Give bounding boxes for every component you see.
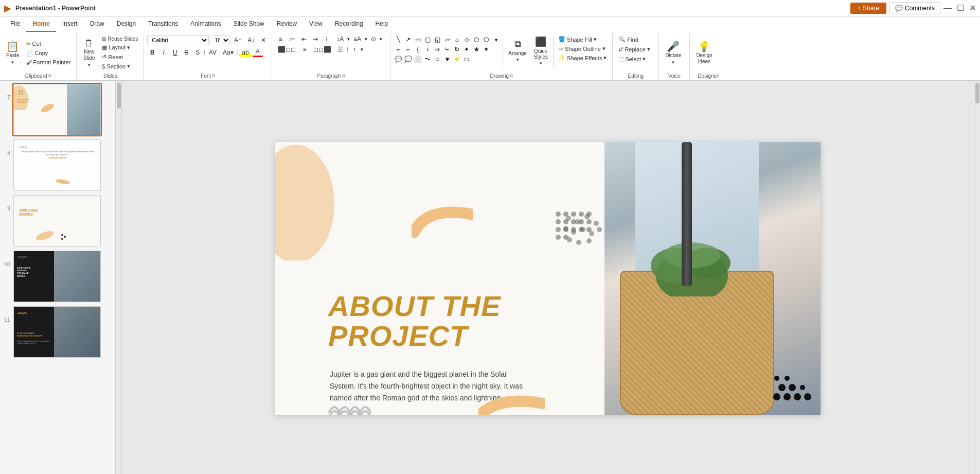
- reuse-slides-button[interactable]: ⊞Reuse Slides: [99, 35, 140, 43]
- clear-formatting-button[interactable]: ✕: [258, 36, 269, 44]
- shape-chevron[interactable]: ›: [423, 45, 432, 54]
- increase-font-size-button[interactable]: A↑: [231, 36, 244, 44]
- replace-button[interactable]: ⇄ Replace ▾: [616, 45, 652, 54]
- shape-star4[interactable]: ✦: [462, 45, 471, 54]
- shape-trapezoid[interactable]: ⌂: [452, 35, 461, 44]
- shape-corner[interactable]: ⌐: [394, 45, 403, 54]
- convert-smartart-button[interactable]: ⊙: [368, 35, 379, 43]
- tab-review[interactable]: Review: [271, 16, 303, 32]
- highlight-button[interactable]: ab: [239, 48, 251, 57]
- tab-help[interactable]: Help: [369, 16, 395, 32]
- text-shadow-button[interactable]: S: [192, 48, 203, 57]
- shape-snip[interactable]: ◱: [433, 35, 442, 44]
- bullets-button[interactable]: ≡: [275, 35, 286, 43]
- decrease-font-size-button[interactable]: A↓: [245, 36, 257, 44]
- close-button[interactable]: ✕: [969, 3, 976, 13]
- shape-diamond[interactable]: ◇: [462, 35, 471, 44]
- canvas-scrollbar[interactable]: [974, 81, 980, 474]
- paragraph-expand-icon[interactable]: ⧉: [342, 73, 345, 79]
- drawing-expand-icon[interactable]: ⧉: [510, 73, 513, 79]
- tab-insert[interactable]: Insert: [56, 16, 84, 32]
- shape-rounded-rect[interactable]: ▢: [423, 35, 432, 44]
- shape-smiley[interactable]: ☺: [433, 55, 442, 64]
- align-left-button[interactable]: ⬛◻◻: [275, 45, 298, 54]
- shape-wave[interactable]: 〜: [423, 55, 432, 64]
- decrease-indent-button[interactable]: ⇤: [299, 35, 309, 43]
- font-size-select[interactable]: 18: [210, 35, 230, 45]
- numbering-button[interactable]: ≔: [287, 35, 298, 43]
- shape-speech[interactable]: 💬: [394, 55, 403, 64]
- shape-ellipse[interactable]: ⬭: [462, 55, 471, 64]
- shape-arrow2[interactable]: ⇒: [433, 45, 442, 54]
- slide-thumb-10[interactable]: 10 A PICTURE ISWORTH ATHOUSANDWORDS: [2, 250, 113, 303]
- paste-button[interactable]: 📋 Paste ▾: [3, 38, 23, 68]
- tab-slideshow[interactable]: Slide Show: [227, 16, 271, 32]
- italic-button[interactable]: I: [158, 48, 169, 57]
- shape-pentagon[interactable]: ⬠: [472, 35, 481, 44]
- justify-button[interactable]: ☰: [335, 45, 346, 54]
- shape-callout[interactable]: ⬜: [413, 55, 422, 64]
- tab-design[interactable]: Design: [111, 16, 142, 32]
- dictate-button[interactable]: 🎤 Dictate ▾: [662, 38, 684, 68]
- shape-bolt[interactable]: ⚡: [452, 55, 461, 64]
- share-button[interactable]: ↑ Share: [850, 3, 886, 14]
- tab-recording[interactable]: Recording: [329, 16, 369, 32]
- center-button[interactable]: ≡: [299, 45, 310, 54]
- new-slide-button[interactable]: 🗒 NewSlide ▾: [80, 38, 98, 68]
- slide-thumb-7[interactable]: 7 ABOUT THEPROJECT: [2, 83, 113, 136]
- shape-curved[interactable]: ⤷: [442, 45, 452, 54]
- font-family-select[interactable]: Calibri: [147, 35, 209, 45]
- slide-canvas[interactable]: ABOUT THE PROJECT Jupiter is a gas giant…: [275, 142, 821, 415]
- strikethrough-button[interactable]: S: [181, 48, 191, 57]
- tab-transitions[interactable]: Transitions: [142, 16, 184, 32]
- shape-brace[interactable]: {: [413, 45, 422, 54]
- maximize-button[interactable]: ☐: [957, 3, 964, 13]
- shape-effects-button[interactable]: ✨ Shape Effects ▾: [556, 54, 609, 62]
- copy-button[interactable]: 📄Copy: [24, 49, 74, 58]
- shape-more[interactable]: ▾: [491, 35, 501, 44]
- shape-bracket[interactable]: ⌐: [403, 45, 413, 54]
- canvas-scrollbar-thumb[interactable]: [975, 83, 979, 103]
- shape-star6[interactable]: ✶: [482, 45, 491, 54]
- shape-line[interactable]: ╲: [394, 35, 403, 44]
- shape-arrow[interactable]: ↗: [403, 35, 413, 44]
- shape-fill-button[interactable]: 🪣 Shape Fill ▾: [556, 35, 609, 44]
- underline-button[interactable]: U: [170, 48, 180, 57]
- change-case-button[interactable]: Aa▾: [220, 48, 236, 57]
- line-spacing-button[interactable]: ↕: [349, 45, 360, 54]
- slide-thumb-9[interactable]: 9 AWESOMEWORDS: [2, 194, 113, 248]
- minimize-button[interactable]: —: [943, 4, 952, 13]
- shape-thought[interactable]: 💭: [403, 55, 413, 64]
- font-expand-icon[interactable]: ⧉: [212, 73, 215, 79]
- arrange-button[interactable]: ⧉ Arrange ▾: [505, 35, 530, 66]
- cut-button[interactable]: ✂Cut: [24, 40, 74, 48]
- slide-thumb-11[interactable]: 11 A PICTURE ALWAYSREINFORCES THE CONCEP…: [2, 305, 113, 359]
- shape-heart[interactable]: ♥: [442, 55, 452, 64]
- increase-indent-button[interactable]: ⇥: [310, 35, 320, 43]
- shape-parallelogram[interactable]: ▱: [442, 35, 452, 44]
- slide-panel-scrollbar[interactable]: [116, 81, 122, 474]
- shape-rect[interactable]: ▭: [413, 35, 422, 44]
- section-button[interactable]: §Section ▾: [99, 62, 140, 71]
- shape-circular[interactable]: ↻: [452, 45, 461, 54]
- select-button[interactable]: ⬚ Select ▾: [616, 55, 648, 63]
- scrollbar-thumb[interactable]: [117, 83, 121, 109]
- layout-button[interactable]: ▦Layout ▾: [99, 43, 140, 52]
- font-color-button[interactable]: A: [253, 47, 263, 57]
- bold-button[interactable]: B: [147, 48, 157, 57]
- quick-styles-button[interactable]: ⬛ QuickStyles ▾: [531, 35, 551, 67]
- tab-draw[interactable]: Draw: [84, 16, 111, 32]
- text-direction-button[interactable]: ↕A: [334, 35, 346, 43]
- tab-view[interactable]: View: [303, 16, 329, 32]
- char-spacing-button[interactable]: AV: [206, 48, 219, 57]
- shape-star5[interactable]: ★: [472, 45, 481, 54]
- align-text-button[interactable]: ≡A: [351, 35, 364, 43]
- tab-file[interactable]: File: [4, 16, 26, 32]
- reset-button[interactable]: ↺Reset: [99, 52, 140, 61]
- find-button[interactable]: 🔍 Find: [616, 35, 640, 44]
- shape-outline-button[interactable]: ▭ Shape Outline ▾: [556, 44, 609, 53]
- comments-button[interactable]: 💬 Comments: [889, 2, 940, 14]
- tab-animations[interactable]: Animations: [184, 16, 227, 32]
- tab-home[interactable]: Home: [26, 16, 56, 32]
- shape-hexagon[interactable]: ⬡: [482, 35, 491, 44]
